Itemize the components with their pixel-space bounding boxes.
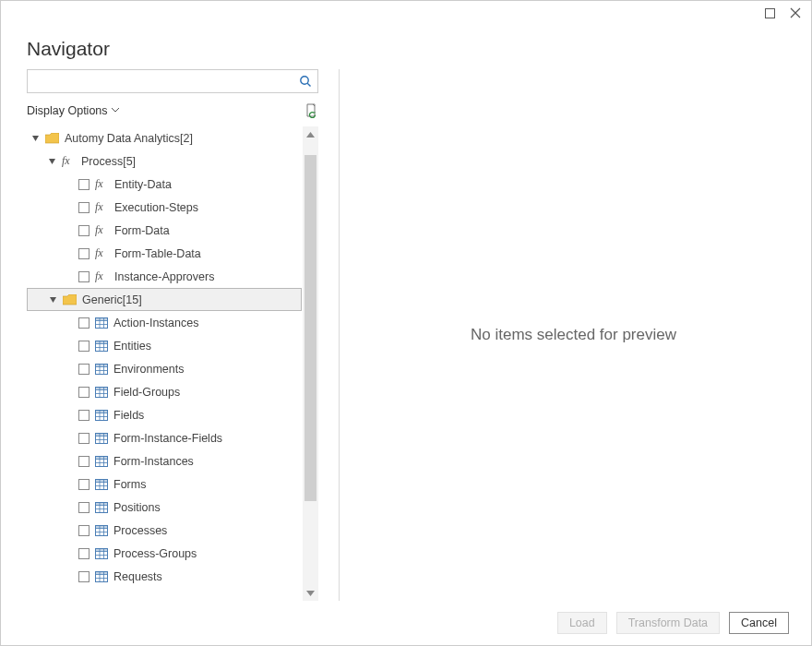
checkbox[interactable] [78,387,90,398]
titlebar [1,1,811,38]
tree-row[interactable]: fxProcess [5] [27,150,302,173]
svg-rect-19 [96,502,108,505]
tree-row[interactable]: Action-Instances [27,311,302,334]
checkbox[interactable] [78,364,90,375]
checkbox[interactable] [78,271,90,282]
table-icon [95,479,108,490]
tree-row[interactable]: Positions [27,496,302,519]
tree-item-count: [2] [180,132,193,145]
transform-data-button[interactable]: Transform Data [616,612,720,634]
checkbox[interactable] [78,202,90,213]
refresh-icon[interactable] [304,103,318,118]
checkbox[interactable] [78,248,90,259]
search-icon[interactable] [299,75,312,88]
close-button[interactable] [789,6,802,19]
svg-rect-5 [96,341,108,343]
checkbox[interactable] [78,317,90,329]
tree-scrollbar[interactable] [303,126,318,601]
svg-rect-17 [96,479,108,482]
header: Navigator [1,38,811,69]
expander-icon[interactable] [49,158,60,165]
table-icon [95,364,108,375]
display-options-dropdown[interactable]: Display Options [27,104,119,117]
tree-item-count: [15] [123,293,142,306]
tree-row[interactable]: Processes [27,519,302,542]
scroll-up-button[interactable] [303,126,318,142]
tree-item-label: Action-Instances [113,317,198,329]
table-icon [95,433,108,444]
tree-item-label: Generic [82,293,123,306]
tree-item-label: Environments [113,363,184,376]
footer: Load Transform Data Cancel [1,601,811,645]
tree-item-label: Entities [113,340,151,353]
svg-rect-3 [96,317,108,320]
svg-point-1 [301,77,308,84]
checkbox[interactable] [78,571,90,582]
tree-row[interactable]: Process-Groups [27,542,302,565]
checkbox[interactable] [78,456,90,467]
tree-item-label: Form-Instances [113,455,194,468]
pane-divider [339,69,340,601]
checkbox[interactable] [78,479,90,490]
checkbox[interactable] [78,179,90,190]
display-options-row: Display Options [27,97,318,125]
checkbox[interactable] [78,548,90,559]
tree-row[interactable]: fxExecution-Steps [27,196,302,219]
checkbox[interactable] [78,410,90,421]
tree-row[interactable]: Entities [27,334,302,357]
tree-item-label: Automy Data Analytics [65,132,180,145]
folder2-icon [63,294,77,305]
scroll-thumb[interactable] [304,155,316,500]
tree-item-label: Processes [113,524,167,537]
tree-row[interactable]: Generic [15] [27,288,302,311]
tree-item-label: Process [81,155,123,168]
svg-rect-11 [96,410,108,413]
tree-row[interactable]: Automy Data Analytics [2] [27,126,302,150]
tree-row[interactable]: fxEntity-Data [27,173,302,196]
tree[interactable]: Automy Data Analytics [2]fxProcess [5]fx… [27,126,302,601]
tree-item-label: Fields [113,409,144,422]
tree-row[interactable]: fxForm-Data [27,219,302,242]
tree-item-label: Process-Groups [113,547,197,560]
scroll-down-button[interactable] [303,585,318,601]
table-icon [95,502,108,513]
tree-item-label: Field-Groups [113,386,180,399]
tree-wrap: Automy Data Analytics [2]fxProcess [5]fx… [27,126,318,601]
svg-rect-15 [96,456,108,459]
maximize-button[interactable] [763,6,776,19]
table-icon [95,571,108,582]
tree-row[interactable]: fxInstance-Approvers [27,265,302,288]
tree-item-label: Positions [113,501,161,514]
tree-row[interactable]: Form-Instance-Fields [27,426,302,449]
tree-item-count: [5] [123,155,136,168]
tree-item-label: Form-Instance-Fields [113,432,222,445]
fx-icon: fx [62,154,76,168]
tree-row[interactable]: Forms [27,473,302,496]
tree-row[interactable]: Fields [27,403,302,426]
checkbox[interactable] [78,433,90,444]
table-icon [95,317,108,329]
checkbox[interactable] [78,341,90,352]
tree-row[interactable]: Environments [27,357,302,380]
checkbox[interactable] [78,502,90,513]
preview-pane: No items selected for preview [356,69,791,601]
tree-item-label: Forms [113,478,146,491]
tree-row[interactable]: Requests [27,565,302,588]
search-box[interactable] [27,69,318,93]
fx-icon: fx [95,223,109,237]
tree-item-label: Execution-Steps [114,201,198,214]
checkbox[interactable] [78,225,90,236]
table-icon [95,387,108,398]
search-input[interactable] [35,71,299,91]
cancel-button[interactable]: Cancel [729,612,789,634]
expander-icon[interactable] [32,135,43,142]
tree-row[interactable]: Form-Instances [27,449,302,473]
tree-row[interactable]: fxForm-Table-Data [27,242,302,265]
fx-icon: fx [95,177,109,191]
table-icon [95,456,108,467]
expander-icon[interactable] [50,296,61,304]
page-title: Navigator [27,38,787,60]
checkbox[interactable] [78,525,90,536]
tree-row[interactable]: Field-Groups [27,380,302,403]
load-button[interactable]: Load [557,612,607,634]
